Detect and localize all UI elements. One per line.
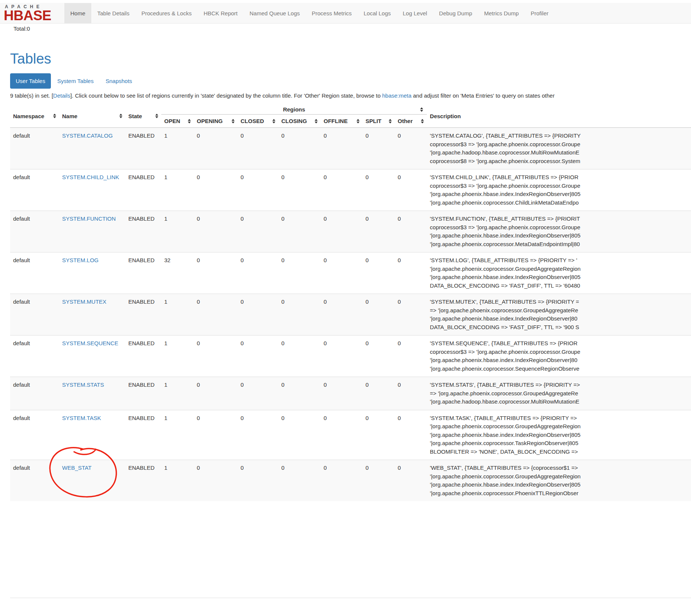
- cell-region-count-closing[interactable]: 0: [278, 294, 321, 335]
- cell-region-count-offline[interactable]: 0: [321, 252, 363, 294]
- cell-region-count-open[interactable]: 1: [161, 169, 194, 211]
- cell-region-count-closed[interactable]: 0: [238, 169, 278, 211]
- table-name-link[interactable]: SYSTEM.TASK: [62, 415, 101, 421]
- cell-region-count-open[interactable]: 1: [161, 410, 194, 460]
- nav-item-table-details[interactable]: Table Details: [91, 3, 135, 23]
- column-header-opening[interactable]: OPENING: [194, 114, 238, 128]
- cell-region-count-opening[interactable]: 0: [194, 460, 238, 502]
- nav-item-profiler[interactable]: Profiler: [525, 3, 555, 23]
- nav-item-debug-dump[interactable]: Debug Dump: [433, 3, 478, 23]
- cell-region-count-closing[interactable]: 0: [278, 211, 321, 252]
- cell-region-count-offline[interactable]: 0: [321, 128, 363, 169]
- cell-region-count-opening[interactable]: 0: [194, 410, 238, 460]
- column-header-split[interactable]: SPLIT: [363, 114, 395, 128]
- cell-region-count-closed[interactable]: 0: [238, 335, 278, 377]
- nav-item-local-logs[interactable]: Local Logs: [358, 3, 397, 23]
- cell-region-count-other[interactable]: 0: [395, 335, 427, 377]
- cell-region-count-other[interactable]: 0: [395, 211, 427, 252]
- cell-region-count-closing[interactable]: 0: [278, 410, 321, 460]
- cell-region-count-split[interactable]: 0: [363, 169, 395, 211]
- cell-region-count-split[interactable]: 0: [363, 211, 395, 252]
- column-header-open[interactable]: OPEN: [161, 114, 194, 128]
- table-name-link[interactable]: WEB_STAT: [62, 465, 92, 471]
- cell-region-count-split[interactable]: 0: [363, 410, 395, 460]
- cell-region-count-open[interactable]: 1: [161, 211, 194, 252]
- column-header-closing[interactable]: CLOSING: [278, 114, 321, 128]
- nav-item-home[interactable]: Home: [64, 3, 91, 23]
- cell-region-count-open[interactable]: 1: [161, 335, 194, 377]
- sort-icon[interactable]: [357, 119, 360, 123]
- hbase-meta-link[interactable]: hbase:meta: [382, 92, 411, 99]
- cell-region-count-other[interactable]: 0: [395, 410, 427, 460]
- sort-icon[interactable]: [420, 107, 423, 112]
- tab-system-tables[interactable]: System Tables: [52, 73, 99, 89]
- cell-region-count-split[interactable]: 0: [363, 294, 395, 335]
- table-name-link[interactable]: SYSTEM.CHILD_LINK: [62, 174, 119, 180]
- table-name-link[interactable]: SYSTEM.MUTEX: [62, 298, 106, 305]
- sort-icon[interactable]: [315, 119, 318, 123]
- cell-region-count-closing[interactable]: 0: [278, 377, 321, 410]
- cell-region-count-offline[interactable]: 0: [321, 410, 363, 460]
- cell-region-count-closed[interactable]: 0: [238, 294, 278, 335]
- sort-icon[interactable]: [155, 114, 158, 118]
- cell-region-count-opening[interactable]: 0: [194, 294, 238, 335]
- cell-region-count-offline[interactable]: 0: [321, 169, 363, 211]
- cell-region-count-closed[interactable]: 0: [238, 460, 278, 502]
- cell-region-count-opening[interactable]: 0: [194, 128, 238, 169]
- cell-region-count-closing[interactable]: 0: [278, 335, 321, 377]
- cell-region-count-opening[interactable]: 0: [194, 211, 238, 252]
- cell-region-count-opening[interactable]: 0: [194, 252, 238, 294]
- details-link[interactable]: Details: [53, 92, 70, 99]
- nav-item-procedures-locks[interactable]: Procedures & Locks: [135, 3, 198, 23]
- cell-region-count-open[interactable]: 1: [161, 460, 194, 502]
- nav-item-named-queue-logs[interactable]: Named Queue Logs: [244, 3, 306, 23]
- sort-icon[interactable]: [119, 114, 122, 118]
- nav-item-hbck-report[interactable]: HBCK Report: [198, 3, 244, 23]
- column-header-name[interactable]: Name: [59, 105, 125, 128]
- nav-item-process-metrics[interactable]: Process Metrics: [306, 3, 358, 23]
- cell-region-count-offline[interactable]: 0: [321, 211, 363, 252]
- cell-region-count-other[interactable]: 0: [395, 128, 427, 169]
- cell-region-count-offline[interactable]: 0: [321, 460, 363, 502]
- cell-region-count-open[interactable]: 1: [161, 294, 194, 335]
- cell-region-count-split[interactable]: 0: [363, 377, 395, 410]
- cell-region-count-closed[interactable]: 0: [238, 410, 278, 460]
- hbase-logo[interactable]: APACHE HBASE: [0, 3, 64, 23]
- sort-icon[interactable]: [421, 119, 424, 123]
- column-header-other[interactable]: Other: [395, 114, 427, 128]
- cell-region-count-closed[interactable]: 0: [238, 128, 278, 169]
- cell-region-count-other[interactable]: 0: [395, 169, 427, 211]
- cell-region-count-open[interactable]: 1: [161, 377, 194, 410]
- sort-icon[interactable]: [272, 119, 275, 123]
- cell-region-count-closing[interactable]: 0: [278, 169, 321, 211]
- cell-region-count-other[interactable]: 0: [395, 252, 427, 294]
- sort-icon[interactable]: [53, 114, 56, 118]
- cell-region-count-split[interactable]: 0: [363, 335, 395, 377]
- cell-region-count-offline[interactable]: 0: [321, 377, 363, 410]
- cell-region-count-other[interactable]: 0: [395, 460, 427, 502]
- cell-region-count-opening[interactable]: 0: [194, 335, 238, 377]
- cell-region-count-split[interactable]: 0: [363, 460, 395, 502]
- cell-region-count-closing[interactable]: 0: [278, 460, 321, 502]
- cell-region-count-closing[interactable]: 0: [278, 128, 321, 169]
- column-header-state[interactable]: State: [125, 105, 161, 128]
- cell-region-count-closed[interactable]: 0: [238, 377, 278, 410]
- column-header-closed[interactable]: CLOSED: [238, 114, 278, 128]
- cell-region-count-split[interactable]: 0: [363, 128, 395, 169]
- cell-region-count-offline[interactable]: 0: [321, 335, 363, 377]
- cell-region-count-closed[interactable]: 0: [238, 211, 278, 252]
- sort-icon[interactable]: [188, 119, 191, 123]
- cell-region-count-open[interactable]: 1: [161, 128, 194, 169]
- cell-region-count-closing[interactable]: 0: [278, 252, 321, 294]
- table-name-link[interactable]: SYSTEM.STATS: [62, 381, 104, 388]
- cell-region-count-other[interactable]: 0: [395, 377, 427, 410]
- cell-region-count-opening[interactable]: 0: [194, 169, 238, 211]
- sort-icon[interactable]: [389, 119, 392, 123]
- tab-snapshots[interactable]: Snapshots: [100, 73, 138, 89]
- cell-region-count-other[interactable]: 0: [395, 294, 427, 335]
- column-header-namespace[interactable]: Namespace: [10, 105, 59, 128]
- sort-icon[interactable]: [232, 119, 235, 123]
- table-name-link[interactable]: SYSTEM.FUNCTION: [62, 215, 116, 222]
- cell-region-count-opening[interactable]: 0: [194, 377, 238, 410]
- table-name-link[interactable]: SYSTEM.SEQUENCE: [62, 340, 118, 346]
